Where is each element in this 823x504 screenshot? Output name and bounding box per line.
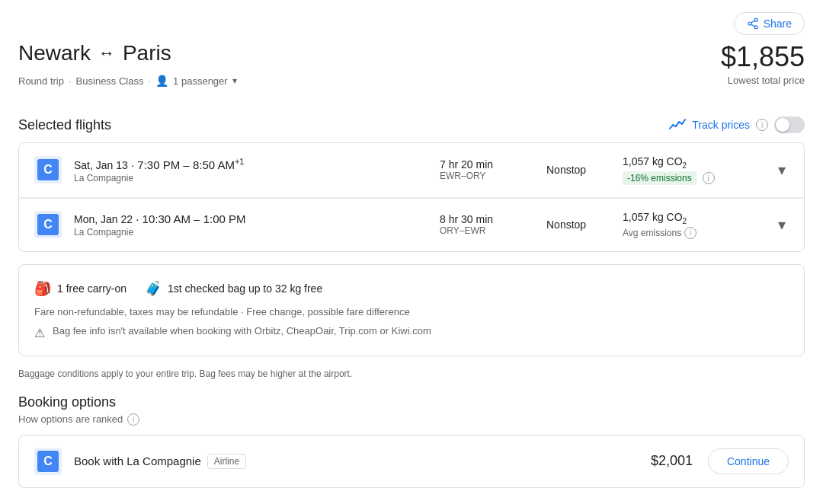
co2-sub-2: 2 — [683, 217, 687, 225]
airline-name-1: La Compagnie — [74, 173, 440, 183]
flight-row: C Sat, Jan 13 · 7:30 PM – 8:50 AM+1 La C… — [19, 143, 804, 198]
selected-flights-title: Selected flights — [18, 117, 111, 133]
svg-point-1 — [754, 26, 757, 29]
warning-text: Bag fee info isn't available when bookin… — [53, 325, 431, 337]
passenger-dropdown-icon[interactable]: ▾ — [232, 75, 237, 86]
warning-row: ⚠ Bag fee info isn't available when book… — [34, 325, 789, 340]
track-prices-chart-icon — [669, 118, 686, 132]
carry-on-icon: 🎒 — [34, 280, 51, 297]
stops-section-2: Nonstop — [546, 219, 623, 231]
svg-point-0 — [754, 18, 757, 21]
airline-logo-letter-2: C — [43, 218, 53, 231]
day-offset-1: +1 — [235, 157, 245, 166]
flight-stops-1: Nonstop — [546, 164, 623, 176]
flight-time-range-1: 7:30 PM – 8:50 AM — [137, 158, 235, 171]
page-container: Share Newark ↔ Paris $1,855 Round trip ·… — [0, 0, 823, 504]
booking-airline-name: Book with La Compagnie — [74, 455, 201, 467]
carry-on-label: 1 free carry-on — [57, 282, 126, 295]
flight-route-2: ORY–EWR — [440, 225, 546, 236]
svg-point-2 — [748, 22, 751, 25]
avg-emissions-label-2: Avg emissions — [623, 228, 681, 238]
booking-price: $2,001 — [651, 453, 693, 469]
route-title: Newark ↔ Paris — [18, 41, 171, 65]
route-arrow-icon: ↔ — [98, 43, 115, 63]
selected-flights-header: Selected flights Track prices i — [18, 116, 805, 133]
airline-logo-2: C — [34, 211, 62, 238]
dot-sep-flight-2: · — [136, 212, 142, 225]
airline-name-2: La Compagnie — [74, 227, 440, 238]
expand-chevron-1: ▾ — [778, 161, 786, 178]
baggage-footer: Baggage conditions apply to your entire … — [18, 368, 805, 379]
flight-details-2: Mon, Jan 22 · 10:30 AM – 1:00 PM La Comp… — [74, 212, 440, 238]
flight-times-2: 10:30 AM – 1:00 PM — [143, 212, 246, 225]
co2-sub-1: 2 — [683, 161, 687, 170]
booking-airline-logo-inner: C — [37, 451, 59, 472]
carry-on-item: 🎒 1 free carry-on — [34, 280, 126, 297]
booking-airline-logo: C — [34, 448, 62, 475]
stops-section-1: Nonstop — [546, 164, 623, 176]
booking-title: Booking options — [18, 394, 805, 410]
continue-button[interactable]: Continue — [708, 448, 789, 474]
track-prices-toggle[interactable] — [774, 116, 805, 133]
airline-badge: Airline — [207, 454, 246, 469]
duration-section-2: 8 hr 30 min ORY–EWR — [440, 213, 546, 236]
flight-duration-1: 7 hr 20 min — [440, 158, 546, 171]
booking-airline-logo-letter: C — [43, 455, 53, 468]
track-prices-info-icon[interactable]: i — [756, 119, 768, 131]
flights-container: C Sat, Jan 13 · 7:30 PM – 8:50 AM+1 La C… — [18, 142, 805, 252]
person-icon: 👤 — [155, 75, 168, 87]
emissions-section-2: 1,057 kg CO2 Avg emissions i — [623, 211, 775, 239]
ranking-label: How options are ranked — [18, 413, 123, 425]
svg-line-4 — [751, 24, 754, 27]
avg-emissions-info-icon-2[interactable]: i — [684, 227, 697, 239]
share-icon — [747, 18, 759, 30]
cabin-class: Business Class — [76, 75, 144, 87]
expand-flight-1[interactable]: ▾ — [775, 158, 789, 182]
share-label: Share — [764, 18, 792, 30]
dot-separator-1: · — [69, 75, 72, 87]
top-bar: Share — [18, 12, 805, 35]
fare-info: Fare non-refundable, taxes may be refund… — [34, 306, 789, 317]
emissions-section-1: 1,057 kg CO2 -16% emissions i — [623, 155, 775, 185]
track-prices-label[interactable]: Track prices — [692, 119, 750, 131]
emissions-badge-1: -16% emissions — [623, 171, 697, 185]
passenger-count: 1 passenger — [173, 75, 228, 87]
flight-time-range-2: 10:30 AM – 1:00 PM — [143, 212, 246, 225]
checked-bag-label: 1st checked bag up to 32 kg free — [168, 282, 322, 295]
baggage-row: 🎒 1 free carry-on 🧳 1st checked bag up t… — [34, 280, 789, 297]
co2-value-2: 1,057 kg CO — [623, 211, 683, 223]
airline-logo-inner-2: C — [37, 214, 59, 235]
co2-1: 1,057 kg CO2 — [623, 155, 775, 170]
ranking-info: How options are ranked i — [18, 413, 805, 426]
flight-date-1: Sat, Jan 13 — [74, 159, 128, 171]
co2-2: 1,057 kg CO2 — [623, 211, 775, 225]
route-price-row: Newark ↔ Paris $1,855 — [18, 41, 805, 73]
flight-time-row-1: Sat, Jan 13 · 7:30 PM – 8:50 AM+1 — [74, 157, 440, 171]
booking-option-name: Book with La Compagnie Airline — [74, 454, 651, 469]
svg-line-3 — [751, 21, 754, 23]
dot-separator-2: · — [148, 75, 151, 87]
flight-row-2: C Mon, Jan 22 · 10:30 AM – 1:00 PM La Co… — [19, 199, 804, 251]
flight-times-1: 7:30 PM – 8:50 AM+1 — [137, 158, 244, 171]
co2-value-1: 1,057 kg CO — [623, 155, 683, 167]
ranking-info-icon[interactable]: i — [127, 413, 139, 426]
airline-logo-letter-1: C — [43, 163, 53, 177]
airline-logo-1: C — [34, 156, 62, 183]
flight-time-row-2: Mon, Jan 22 · 10:30 AM – 1:00 PM — [74, 212, 440, 225]
duration-section-1: 7 hr 20 min EWR–ORY — [440, 158, 546, 181]
total-price: $1,855 — [721, 41, 805, 73]
expand-flight-2[interactable]: ▾ — [775, 212, 789, 237]
avg-emissions-2: Avg emissions i — [623, 227, 775, 239]
flight-route-1: EWR–ORY — [440, 171, 546, 181]
baggage-card: 🎒 1 free carry-on 🧳 1st checked bag up t… — [18, 264, 805, 356]
emissions-info-icon-1[interactable]: i — [703, 172, 715, 184]
checked-bag-icon: 🧳 — [145, 280, 162, 297]
trip-meta: Round trip · Business Class · 👤 1 passen… — [18, 75, 237, 87]
share-button[interactable]: Share — [734, 12, 805, 35]
trip-type: Round trip — [18, 75, 64, 87]
expand-chevron-2: ▾ — [778, 216, 786, 233]
continue-label: Continue — [727, 455, 770, 467]
flight-duration-2: 8 hr 30 min — [440, 213, 546, 225]
flight-date-2: Mon, Jan 22 — [74, 213, 133, 225]
checked-bag-item: 🧳 1st checked bag up to 32 kg free — [145, 280, 322, 297]
